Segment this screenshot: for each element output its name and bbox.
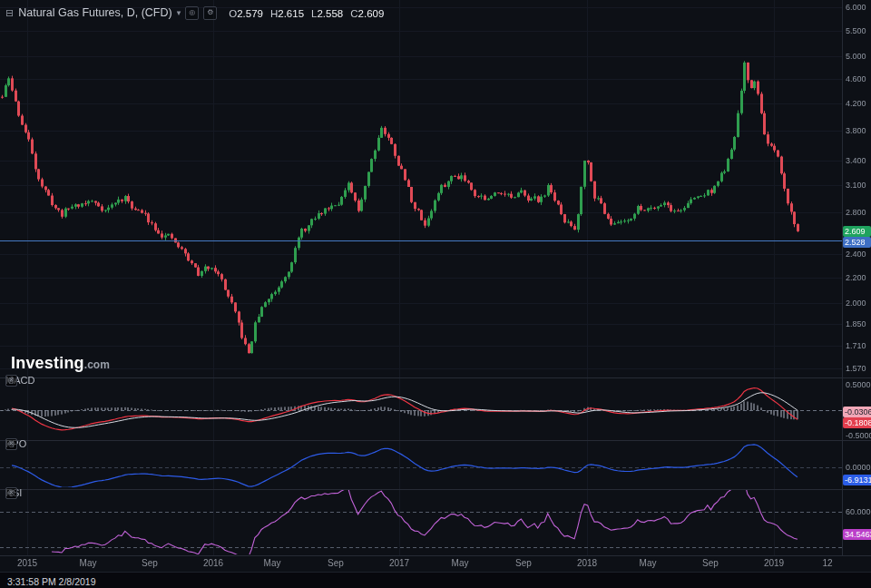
ohlc-value: 2.609 <box>358 8 385 19</box>
level-price-badge: 2.528 <box>843 237 871 248</box>
settings-icon[interactable]: ⚙ <box>203 6 217 20</box>
ohlc-value: 2.615 <box>278 8 304 19</box>
status-bar: 3:31:58 PM 2/8/2019 <box>0 572 871 588</box>
logo-text: Investing <box>11 354 84 372</box>
symbol-title[interactable]: Natural Gas Futures, D, (CFD) <box>18 6 171 19</box>
ohlc-label: O <box>229 8 237 19</box>
logo-suffix: .com <box>84 358 110 371</box>
ohlc-value: 2.558 <box>317 8 343 19</box>
time-axis-label: May <box>640 558 657 568</box>
ppo-value-badge-0: -6.9131 <box>843 475 871 485</box>
price-axis-label: 1.850 <box>846 319 866 328</box>
chevron-down-icon[interactable]: ▾ <box>177 8 181 17</box>
price-axis-label: 3.400 <box>846 156 866 165</box>
investing-logo: Investing.com <box>11 354 110 373</box>
trading-chart-app: ⊟ Natural Gas Futures, D, (CFD) ▾ ◎ ⚙ O2… <box>0 0 871 588</box>
price-axis-label: 6.000 <box>846 3 866 12</box>
rsi-value-badge-0: 34.5463 <box>843 529 871 540</box>
time-axis-label: 2018 <box>577 558 597 568</box>
ohlc-value: 2.579 <box>237 8 263 19</box>
time-axis-label: 2016 <box>203 558 223 568</box>
macd-axis-label: 0.5000 <box>846 380 871 389</box>
price-axis-label: 2.800 <box>846 208 866 217</box>
clock: 3:31:58 PM 2/8/2019 <box>0 576 96 587</box>
time-axis-label: 2015 <box>17 558 37 568</box>
last-price-badge: 2.609 <box>843 226 871 237</box>
time-axis-label: 2017 <box>389 558 409 568</box>
time-axis-label: 12 <box>822 558 832 568</box>
price-axis-label: 5.500 <box>846 26 866 35</box>
time-axis-label: Sep <box>702 558 719 568</box>
close-icon[interactable]: ✕ <box>5 438 17 450</box>
time-axis-label: Sep <box>328 558 344 568</box>
rsi-axis-label: 60.0000 <box>846 507 871 516</box>
price-axis-label: 2.200 <box>846 273 866 282</box>
time-axis-label: May <box>264 558 281 568</box>
ohlc-l: L2.558 <box>311 5 343 21</box>
price-axis-label: 3.100 <box>846 181 866 190</box>
ppo-axis-label: 0.0000 <box>846 463 871 472</box>
ohlc-c: C2.609 <box>350 5 384 21</box>
price-axis-label: 4.600 <box>846 74 866 83</box>
close-icon[interactable]: ✕ <box>5 375 17 387</box>
price-axis-label: 4.200 <box>846 99 866 108</box>
ohlc-h: H2.615 <box>270 5 304 21</box>
price-axis-label: 3.800 <box>846 126 866 135</box>
price-axis-label: 1.710 <box>846 341 866 350</box>
close-icon[interactable]: ✕ <box>5 487 17 499</box>
visibility-icon[interactable]: ◎ <box>185 6 199 20</box>
macd-axis-label: -0.5000 <box>846 431 871 440</box>
ohlc-o: O2.579 <box>229 5 263 21</box>
time-axis-label: Sep <box>515 558 532 568</box>
time-axis-label: May <box>452 558 469 568</box>
macd-value-badge-1: -0.1808 <box>843 417 871 428</box>
price-axis-label: 2.000 <box>846 299 866 308</box>
price-axis-label: 5.000 <box>846 52 866 61</box>
collapse-icon[interactable]: ⊟ <box>5 7 14 19</box>
price-chart-canvas[interactable] <box>0 0 871 588</box>
time-axis-label: Sep <box>142 558 158 568</box>
time-axis-label: May <box>80 558 97 568</box>
time-axis-label: 2019 <box>764 558 784 568</box>
price-axis-label: 1.570 <box>846 364 866 373</box>
price-axis-label: 2.400 <box>846 250 866 259</box>
symbol-legend: ⊟ Natural Gas Futures, D, (CFD) ▾ ◎ ⚙ O2… <box>5 5 384 21</box>
ohlc-values: O2.579H2.615L2.558C2.609 <box>229 5 384 21</box>
macd-value-badge-0: -0.0306 <box>843 407 871 417</box>
ohlc-label: C <box>350 8 357 19</box>
